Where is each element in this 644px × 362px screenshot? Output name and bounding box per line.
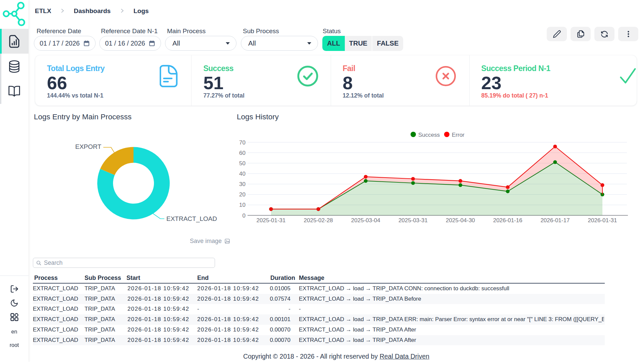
svg-text:2026-01-31: 2026-01-31 <box>588 217 617 224</box>
svg-text:EXTRACT_LOAD: EXTRACT_LOAD <box>166 215 217 223</box>
svg-text:2026-01-17: 2026-01-17 <box>540 217 570 224</box>
svg-text:2026-01-16: 2026-01-16 <box>493 217 522 224</box>
svg-text:Success: Success <box>418 132 440 138</box>
svg-text:70: 70 <box>239 139 246 146</box>
svg-text:20: 20 <box>239 191 246 198</box>
svg-text:0: 0 <box>243 213 246 219</box>
svg-text:40: 40 <box>239 171 246 177</box>
svg-text:50: 50 <box>239 160 246 167</box>
svg-text:30: 30 <box>239 181 246 187</box>
svg-text:EXPORT: EXPORT <box>75 143 101 150</box>
svg-text:2025-03-04: 2025-03-04 <box>351 217 380 224</box>
svg-text:2025-02-28: 2025-02-28 <box>304 217 333 224</box>
svg-text:2025-03-31: 2025-03-31 <box>398 217 428 224</box>
svg-text:Error: Error <box>452 132 465 138</box>
svg-text:2025-01-31: 2025-01-31 <box>257 217 286 224</box>
svg-text:10: 10 <box>239 202 246 208</box>
svg-text:60: 60 <box>239 150 246 156</box>
svg-text:2025-04-30: 2025-04-30 <box>446 217 475 224</box>
